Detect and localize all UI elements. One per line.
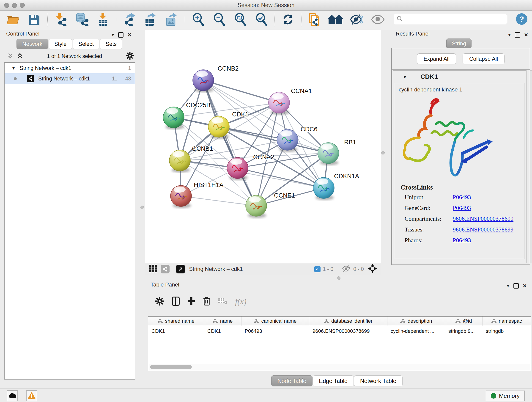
panel-float-icon[interactable] (515, 32, 520, 38)
results-scrollbar[interactable] (530, 70, 532, 263)
panel-close-icon[interactable]: × (524, 32, 528, 38)
crosslink-link[interactable]: P06493 (453, 205, 471, 211)
zoom-out-button[interactable] (212, 13, 226, 26)
collapse-all-button[interactable]: Collapse All (462, 53, 505, 64)
column-header-description[interactable]: description (387, 317, 445, 326)
open-session-button[interactable] (6, 13, 20, 26)
node-CCNB2[interactable] (193, 70, 214, 92)
hidden-eye-icon[interactable] (342, 265, 351, 273)
import-table-button[interactable] (96, 13, 110, 26)
warning-status-button[interactable] (26, 390, 37, 401)
zoom-out-icon (213, 13, 225, 27)
results-tab-string[interactable]: String (446, 38, 472, 49)
save-session-button[interactable] (27, 13, 41, 26)
node-CCNA1[interactable] (268, 92, 290, 115)
column-header-shared-name[interactable]: shared name (148, 317, 204, 326)
edge-CCNB2-CCNA1[interactable] (203, 80, 279, 103)
network-graph[interactable]: CCNB2CCNA1CDC25BCDK1CDC6RB1CCNB1CCNA2CDK… (145, 30, 381, 263)
clone-network-button[interactable] (307, 13, 322, 26)
node-CDC25B[interactable] (163, 107, 184, 129)
network-collection-row[interactable]: ▾ String Network – cdk1 1 (5, 63, 135, 73)
collection-expander-icon[interactable]: ▾ (12, 65, 15, 71)
import-network-button[interactable] (54, 13, 68, 26)
panel-menu-icon[interactable]: ▾ (112, 32, 114, 37)
panel-float-icon[interactable] (118, 32, 123, 38)
network-canvas[interactable]: CCNB2CCNA1CDC25BCDK1CDC6RB1CCNB1CCNA2CDK… (145, 30, 381, 263)
apply-style-refresh-button[interactable] (281, 13, 295, 26)
export-table-button[interactable] (143, 13, 158, 26)
node-label-HIST1H1A: HIST1H1A (194, 182, 223, 188)
expand-all-button[interactable]: Expand All (417, 53, 456, 64)
column-header-name[interactable]: name (204, 317, 241, 326)
search-input[interactable] (394, 14, 507, 24)
left-splitter-handle[interactable] (140, 206, 144, 209)
gene-header[interactable]: ▾ CDK1 (393, 70, 526, 83)
bottom-splitter-handle[interactable] (337, 276, 341, 280)
detach-view-icon[interactable] (176, 265, 185, 274)
table-horizontal-scrollbar[interactable] (149, 364, 530, 370)
tab-edge-table[interactable]: Edge Table (313, 375, 354, 386)
crosslink-link[interactable]: 9606.ENSP00000378699 (453, 216, 513, 222)
panel-close-icon[interactable]: × (523, 283, 526, 289)
edge-HIST1H1A-CCNE1[interactable] (181, 196, 256, 206)
delete-column-trash-icon[interactable] (203, 297, 210, 307)
zoom-in-button[interactable] (191, 13, 205, 26)
node-CCNB1[interactable] (169, 150, 190, 172)
birdseye-grid-icon[interactable] (149, 265, 157, 274)
scrollbar-thumb[interactable] (150, 365, 192, 369)
import-network-from-database-button[interactable] (75, 13, 89, 26)
panel-float-icon[interactable] (513, 283, 519, 288)
expand-all-icon[interactable] (17, 53, 23, 60)
table-settings-gear-icon[interactable] (155, 297, 164, 306)
column-header-canonical-name[interactable]: canonical name (241, 317, 309, 326)
node-CCNA2[interactable] (227, 157, 248, 180)
crosslink-link[interactable]: P06493 (453, 237, 471, 244)
export-network-button[interactable] (122, 13, 137, 26)
tab-sets[interactable]: Sets (100, 39, 122, 49)
help-button[interactable]: ? (516, 13, 527, 25)
node-RB1[interactable] (318, 143, 339, 165)
node-CDK1[interactable] (208, 116, 229, 139)
memory-button[interactable]: Memory (486, 390, 525, 401)
tab-node-table[interactable]: Node Table (271, 375, 312, 386)
show-all-button[interactable] (371, 13, 385, 26)
node-label-CCNE1: CCNE1 (274, 192, 295, 199)
column-header-database-identifier[interactable]: database identifier (309, 317, 387, 326)
gene-expander-icon[interactable]: ▾ (404, 74, 406, 80)
node-CDC6[interactable] (277, 129, 298, 152)
hide-selected-button[interactable] (350, 13, 364, 26)
tab-network-table[interactable]: Network Table (354, 375, 403, 386)
crosslink-link[interactable]: P06493 (453, 194, 471, 201)
panel-close-icon[interactable]: × (128, 32, 131, 38)
panel-menu-icon[interactable]: ▾ (507, 283, 509, 288)
crosslink-link[interactable]: 9606.ENSP00000378699 (453, 226, 513, 233)
table-row[interactable]: CDK1CDK1P064939606.ENSP00000378699cyclin… (148, 326, 531, 336)
crosslinks-heading: CrossLinks (400, 184, 513, 191)
create-column-plus-icon[interactable] (187, 297, 195, 306)
panel-menu-icon[interactable]: ▾ (508, 32, 511, 37)
network-options-gear-icon[interactable] (126, 52, 134, 61)
network-row-selected[interactable]: String Network – cdk1 11 48 (5, 73, 135, 84)
tab-network[interactable]: Network (17, 39, 48, 49)
export-image-button[interactable] (165, 13, 179, 26)
column-header-namespac[interactable]: namespac (482, 317, 531, 326)
network-overview-share-icon[interactable] (161, 265, 170, 274)
collapse-all-icon[interactable] (7, 53, 13, 60)
toolbar-separator (173, 265, 173, 273)
node-HIST1H1A[interactable] (171, 185, 191, 208)
tab-style[interactable]: Style (49, 39, 72, 49)
tab-select[interactable]: Select (73, 39, 99, 49)
zoom-selected-button[interactable] (254, 13, 268, 26)
node-CCNE1[interactable] (246, 195, 267, 218)
pan-crosshair-icon[interactable] (368, 264, 377, 274)
cloud-status-button[interactable] (7, 390, 18, 401)
right-splitter-handle[interactable] (381, 151, 385, 154)
zoom-fit-button[interactable] (233, 13, 247, 26)
show-columns-icon[interactable] (172, 297, 180, 307)
selected-nodes-checkbox-icon[interactable]: ✓ (314, 266, 321, 272)
node-table[interactable]: shared namenamecanonical namedatabase id… (148, 316, 531, 370)
hidden-counts: 0 - 0 (353, 266, 364, 272)
home-view-button[interactable] (329, 13, 343, 26)
node-CDKN1A[interactable] (313, 177, 334, 200)
column-header--id[interactable]: @id (445, 317, 482, 326)
